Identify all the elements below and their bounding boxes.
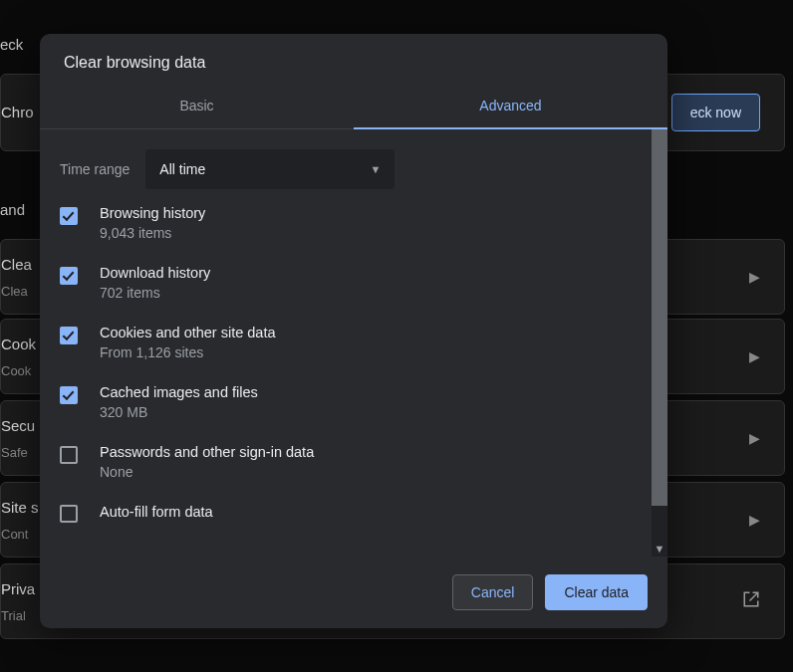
clear-data-button[interactable]: Clear data — [545, 574, 648, 610]
dialog-tabs: Basic Advanced — [40, 84, 667, 129]
chevron-right-icon: ▶ — [749, 512, 760, 528]
tab-advanced[interactable]: Advanced — [354, 84, 667, 129]
item-autofill[interactable]: Auto-fill form data — [40, 492, 652, 523]
checkbox-autofill[interactable] — [60, 505, 78, 523]
chrome-safety-label: Chro — [1, 104, 34, 120]
dialog-footer: Cancel Clear data — [40, 557, 667, 628]
dialog-scroll-area[interactable]: Time range All time ▼ Browsing history 9… — [40, 129, 652, 557]
checkbox-cached-files[interactable] — [60, 386, 78, 404]
tab-basic[interactable]: Basic — [40, 84, 354, 129]
checkbox-cookies[interactable] — [60, 327, 78, 344]
scrollbar-thumb[interactable] — [652, 129, 667, 506]
check-now-button[interactable]: eck now — [671, 94, 760, 131]
cancel-button[interactable]: Cancel — [452, 574, 534, 610]
safety-check-header: eck — [0, 36, 23, 53]
item-download-history[interactable]: Download history 702 items — [40, 253, 652, 313]
checkbox-passwords[interactable] — [60, 446, 78, 464]
chevron-right-icon: ▶ — [749, 348, 760, 364]
open-external-icon — [742, 590, 760, 613]
scrollbar-down-icon[interactable]: ▼ — [652, 541, 667, 557]
item-cached-files[interactable]: Cached images and files 320 MB — [40, 372, 652, 432]
time-range-value: All time — [159, 161, 205, 177]
item-browsing-history[interactable]: Browsing history 9,043 items — [40, 193, 652, 253]
chevron-down-icon: ▼ — [370, 163, 381, 175]
chevron-right-icon: ▶ — [749, 269, 760, 285]
time-range-label: Time range — [60, 161, 130, 177]
item-cookies[interactable]: Cookies and other site data From 1,126 s… — [40, 313, 652, 372]
checkbox-browsing-history[interactable] — [60, 207, 78, 225]
privacy-section-header: and — [0, 201, 25, 218]
checkbox-download-history[interactable] — [60, 267, 78, 285]
time-range-row: Time range All time ▼ — [40, 129, 652, 193]
dialog-title: Clear browsing data — [40, 34, 667, 84]
dialog-scrollbar[interactable]: ▼ — [652, 129, 667, 557]
time-range-select[interactable]: All time ▼ — [145, 149, 395, 189]
item-passwords[interactable]: Passwords and other sign-in data None — [40, 432, 652, 492]
clear-browsing-data-dialog: Clear browsing data Basic Advanced Time … — [40, 34, 667, 628]
chevron-right-icon: ▶ — [749, 430, 760, 446]
